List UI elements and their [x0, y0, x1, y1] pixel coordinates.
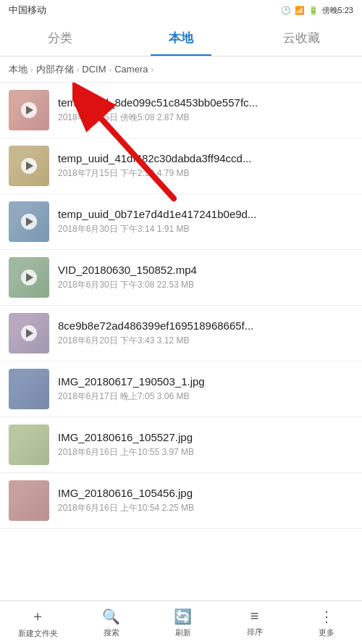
wifi-icon: 📶	[295, 6, 305, 15]
file-thumbnail	[9, 257, 49, 298]
breadcrumb-internal[interactable]: 内部存储	[36, 63, 74, 76]
new-folder-icon: ＋	[30, 606, 45, 626]
tab-bar: 分类 本地 云收藏	[0, 20, 362, 57]
file-info: IMG_20180616_105527.jpg 2018年6月16日 上午10:…	[58, 431, 353, 459]
play-icon	[21, 214, 37, 230]
list-item[interactable]: 8ce9b8e72ad486399ef169518968665f... 2018…	[0, 306, 362, 361]
carrier-label: 中国移动	[9, 4, 46, 17]
tab-local[interactable]: 本地	[121, 20, 242, 56]
play-icon	[21, 102, 37, 118]
time-label: 傍晚5:23	[322, 5, 353, 16]
file-name: VID_20180630_150852.mp4	[58, 264, 353, 276]
list-item[interactable]: IMG_20180616_105527.jpg 2018年6月16日 上午10:…	[0, 417, 362, 473]
file-info: temp_uuid_8de099c51c8453bb0e557fc... 201…	[58, 96, 353, 124]
toolbar-refresh-label: 刷新	[175, 627, 191, 638]
bottom-toolbar: ＋ 新建文件夹 🔍 搜索 🔄 刷新 ≡ 排序 ⋮ 更多	[0, 601, 362, 644]
status-icons: 🕐 📶 🔋 傍晚5:23	[281, 5, 353, 16]
file-meta: 2018年7月15日 傍晚5:08 2.87 MB	[58, 112, 353, 124]
file-info: IMG_20180616_105456.jpg 2018年6月16日 上午10:…	[58, 487, 353, 514]
file-thumbnail	[9, 369, 49, 409]
battery-icon: 🔋	[308, 6, 319, 15]
file-thumbnail	[9, 90, 49, 130]
file-thumbnail	[9, 425, 49, 465]
file-meta: 2018年6月20日 下午3:43 3.12 MB	[58, 335, 353, 347]
tab-cloud[interactable]: 云收藏	[241, 20, 362, 56]
file-thumbnail	[9, 313, 49, 354]
breadcrumb-local[interactable]: 本地	[9, 63, 28, 76]
list-item[interactable]: VID_20180630_150852.mp4 2018年6月30日 下午3:0…	[0, 250, 362, 306]
list-item[interactable]: IMG_20180617_190503_1.jpg 2018年6月17日 晚上7…	[0, 361, 362, 417]
breadcrumb-sep-1: ›	[30, 65, 33, 74]
file-info: temp_uuid_0b71e7d4d1e417241b0e9d... 2018…	[58, 208, 353, 235]
file-info: IMG_20180617_190503_1.jpg 2018年6月17日 晚上7…	[58, 375, 353, 403]
file-thumbnail	[9, 480, 49, 521]
file-name: temp_uuid_41df482c30dabda3ff94ccd...	[58, 152, 353, 164]
file-thumbnail	[9, 146, 49, 186]
toolbar-sort-label: 排序	[247, 627, 263, 637]
file-name: 8ce9b8e72ad486399ef169518968665f...	[58, 319, 353, 332]
breadcrumb-dcim[interactable]: DCIM	[82, 64, 106, 75]
list-item[interactable]: temp_uuid_8de099c51c8453bb0e557fc... 201…	[0, 83, 362, 138]
list-item[interactable]: temp_uuid_41df482c30dabda3ff94ccd... 201…	[0, 138, 362, 194]
toolbar-more-label: 更多	[319, 627, 334, 638]
file-list: temp_uuid_8de099c51c8453bb0e557fc... 201…	[0, 83, 362, 601]
status-bar: 中国移动 🕐 📶 🔋 傍晚5:23	[0, 0, 362, 20]
toolbar-refresh[interactable]: 🔄 刷新	[165, 608, 201, 638]
breadcrumb-sep-4: ›	[151, 65, 153, 74]
file-name: temp_uuid_0b71e7d4d1e417241b0e9d...	[58, 208, 353, 220]
toolbar-new-folder[interactable]: ＋ 新建文件夹	[18, 606, 58, 639]
file-name: IMG_20180616_105527.jpg	[58, 431, 353, 443]
file-info: 8ce9b8e72ad486399ef169518968665f... 2018…	[58, 319, 353, 347]
toolbar-sort[interactable]: ≡ 排序	[237, 608, 273, 637]
file-meta: 2018年6月17日 晚上7:05 3.06 MB	[58, 390, 353, 403]
toolbar-search[interactable]: 🔍 搜索	[93, 608, 130, 638]
toolbar-new-folder-label: 新建文件夹	[18, 628, 58, 639]
file-info: temp_uuid_41df482c30dabda3ff94ccd... 201…	[58, 152, 353, 180]
file-meta: 2018年6月16日 上午10:55 3.97 MB	[58, 446, 353, 459]
list-item[interactable]: IMG_20180616_105456.jpg 2018年6月16日 上午10:…	[0, 473, 362, 529]
search-icon: 🔍	[102, 608, 120, 625]
file-name: IMG_20180617_190503_1.jpg	[58, 375, 353, 388]
refresh-icon: 🔄	[174, 608, 192, 625]
breadcrumb: 本地 › 内部存储 › DCIM › Camera ›	[0, 57, 362, 83]
toolbar-more[interactable]: ⋮ 更多	[308, 608, 345, 638]
file-meta: 2018年6月30日 下午3:14 1.91 MB	[58, 223, 353, 235]
file-name: temp_uuid_8de099c51c8453bb0e557fc...	[58, 96, 353, 109]
file-info: VID_20180630_150852.mp4 2018年6月30日 下午3:0…	[58, 264, 353, 291]
clock-icon: 🕐	[281, 6, 291, 15]
file-meta: 2018年7月15日 下午2:39 4.79 MB	[58, 167, 353, 180]
breadcrumb-sep-3: ›	[109, 65, 112, 74]
toolbar-search-label: 搜索	[104, 627, 119, 638]
tab-category[interactable]: 分类	[0, 20, 121, 56]
file-meta: 2018年6月16日 上午10:54 2.25 MB	[58, 502, 353, 514]
breadcrumb-camera[interactable]: Camera	[114, 64, 148, 75]
play-icon	[21, 325, 37, 341]
breadcrumb-sep-2: ›	[77, 65, 80, 74]
file-name: IMG_20180616_105456.jpg	[58, 487, 353, 499]
more-icon: ⋮	[319, 608, 334, 625]
file-thumbnail	[9, 201, 49, 242]
play-icon	[21, 269, 37, 285]
file-meta: 2018年6月30日 下午3:08 22.53 MB	[58, 279, 353, 291]
sort-icon: ≡	[251, 608, 259, 624]
play-icon	[21, 158, 37, 174]
list-item[interactable]: temp_uuid_0b71e7d4d1e417241b0e9d... 2018…	[0, 194, 362, 250]
